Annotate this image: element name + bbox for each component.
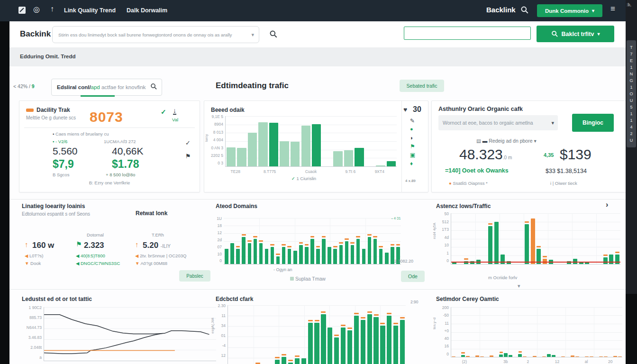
metric-col3-value: 5.20	[143, 241, 158, 250]
chevron-down-icon[interactable]: ▾	[518, 283, 520, 289]
corner-label: :b,	[627, 2, 631, 7]
ode-button[interactable]: Ode	[401, 271, 425, 282]
card-footer: B: Ezry one Verrlkrie	[19, 180, 200, 185]
bars-icon: ▤	[476, 138, 481, 144]
metric-value-2: 40,66K	[112, 146, 144, 157]
pabslec-button[interactable]: Pabslec	[179, 270, 210, 282]
grid-icon[interactable]: ▣	[410, 152, 415, 158]
strip-bottom	[626, 294, 637, 364]
metric-col1-line2-label: Dook	[30, 261, 41, 266]
scope-select[interactable]: Stirin ess dou linimedyt bock sail buren…	[52, 26, 259, 43]
square-icon: ▪	[53, 139, 54, 144]
chart-note: 4 x.89	[405, 179, 416, 183]
arrow-down-icon: ▼	[135, 261, 139, 266]
edit-icon[interactable]: ✎	[410, 118, 415, 124]
nav-link-quality-trend[interactable]: Link Quality Trend	[64, 7, 116, 14]
arrow-left-icon: ◀	[135, 254, 138, 258]
organic-traffic-card: Asthunlry Oraric Organic cafk Wornoct at…	[431, 100, 626, 192]
card-title: Beeed odaik	[211, 107, 245, 113]
keywords-link[interactable]: =140] Ooet ok Owanks	[445, 167, 509, 174]
metric-col3-line1: ◀ 2tv. brSnnue | OC203Q	[135, 253, 186, 258]
half-circle-icon[interactable]: ◗	[410, 135, 413, 141]
divider	[401, 101, 402, 192]
image-icon[interactable]	[18, 6, 26, 16]
metric-select[interactable]: Wornoct at eoe, bacos to orgaiic ametlna…	[438, 115, 558, 130]
caption-1: B Sgcos	[53, 172, 69, 177]
flag-icon[interactable]: ⚑	[185, 153, 191, 159]
page-title: Backink	[20, 29, 51, 39]
money-value-2: $1.78	[112, 158, 139, 171]
arrow-left-icon: ◀	[76, 254, 79, 258]
metric-col1-line1: ◀ L0T?s)	[25, 253, 44, 258]
left-edge-strip	[0, 21, 9, 364]
referring-domains-bar-chart: 1U18122d07100	[214, 218, 403, 266]
arrow-up-icon: ↑	[135, 241, 139, 248]
metric-col1-line2: ▼ Dook	[25, 261, 41, 266]
nav-dark-domain[interactable]: Dalk Dorwalim	[127, 7, 167, 14]
metric-col2-line1-label: 40(8:5)T800	[81, 253, 105, 258]
domain-input[interactable]	[404, 27, 531, 40]
chevron-down-icon: ▾	[592, 9, 594, 13]
chart-legend: ✓ 1 Ciurislin	[209, 176, 399, 181]
big-metric-2: $139	[560, 146, 592, 163]
heart-icon[interactable]: ♥	[403, 106, 407, 113]
chevron-down-icon: ▾	[534, 138, 536, 144]
competitor-bar-chart: 200-5011+040160(2)3b212al20	[438, 307, 624, 364]
chevron-right-icon[interactable]: ›	[606, 201, 608, 209]
arrow-up-icon[interactable]: ↑	[50, 5, 54, 13]
flag-icon[interactable]: ⚑	[410, 144, 415, 149]
vertical-scroll-panel[interactable]: T 7 E 1 N G 1 O U 5 1 1 4 2 U	[627, 40, 636, 147]
backlinks-bar-chart: 9,1E 589048 0134 0040 AN 32202 50 3TE288…	[209, 116, 399, 174]
legend-2-label: - V2/6	[55, 139, 67, 144]
bingioc-button[interactable]: Bingioc	[572, 114, 614, 132]
search-icon[interactable]	[269, 30, 278, 40]
favorite-count: 30	[413, 105, 421, 114]
divider	[9, 289, 626, 290]
footnote-1-label: SsatliS Oiapnss *	[453, 181, 487, 186]
money-value-1: $7,9	[53, 158, 74, 171]
y-axis-label: esgA(,Jd4	[210, 318, 215, 334]
trend-stat: < 42% / 9	[13, 83, 35, 89]
download-icon[interactable]: ↓	[173, 107, 176, 115]
chart-legend: Suplaa Tmaw	[290, 276, 326, 282]
column-header-1: Dotornal	[87, 232, 104, 237]
search-icon[interactable]	[146, 83, 162, 92]
footnote-2: i | Oiwer tieck	[550, 181, 577, 186]
bulb-icon: ●	[449, 181, 452, 186]
chevron-down-icon: ▾	[547, 120, 558, 126]
metric-col2-line2: ◀ DNGC/C7WNS3SC	[76, 261, 120, 266]
y-axis-label: ten.y~d	[432, 318, 437, 329]
keyword-query: Edsliral conl/apd actfae for knovfinks	[52, 84, 146, 90]
metric-col1-line1-label: L0T?s)	[29, 253, 44, 258]
legend-2: ▪ - V2/6	[53, 139, 67, 144]
x-axis-caption: - Ogyn an	[273, 267, 292, 272]
axis-right-label: 2.3082.20	[394, 259, 413, 264]
domain-dropdown-button[interactable]: Dunk Commonio ▾	[537, 4, 602, 17]
big-score: 8073	[90, 109, 123, 125]
card-title: Dacility Trak	[36, 107, 70, 113]
column-header-2: T.ERh	[152, 232, 164, 237]
orange-dash-icon	[26, 109, 34, 112]
domain-dropdown-label: Dunk Commonio	[545, 8, 589, 14]
device-toggle[interactable]: ▤ ▬ Redeig ad dn pbore ▾	[476, 138, 537, 144]
analyze-button[interactable]: Baklct trfitv ▾	[537, 26, 614, 42]
toolbar: Backink Stirin ess dou linimedyt bock sa…	[9, 21, 626, 48]
hamburger-menu-icon[interactable]: ≡	[610, 5, 615, 13]
card-subtitle: Melttie Oe g dunete scs	[26, 115, 76, 120]
legend-1-label: Caes miens of bruelany cu	[55, 131, 109, 136]
keyword-search-input[interactable]: Edsliral conl/apd actfae for knovfinks	[51, 79, 162, 96]
linking-domains-title: Linatieg loearity loainis	[22, 203, 85, 209]
search-icon	[551, 30, 558, 37]
metric-col3-line2: ▼ A0?gt 00Mtt8	[135, 261, 167, 266]
flag-icon: ⚑	[76, 241, 82, 247]
diamond-icon[interactable]: ♦	[410, 161, 413, 166]
chevron-down-icon: ▾	[597, 32, 600, 36]
selected-traffic-badge[interactable]: Sebated trafic	[400, 80, 444, 92]
referring-domains-title: Ateod Domains	[216, 203, 257, 209]
search-icon[interactable]	[520, 6, 529, 16]
check-icon[interactable]: ✓	[161, 109, 166, 115]
target-icon[interactable]: ◎	[33, 6, 40, 13]
dot-icon[interactable]: ●	[410, 127, 413, 132]
check-icon[interactable]: ✓	[185, 140, 191, 146]
scope-select-value: Stirin ess dou linimedyt bock sail buren…	[53, 32, 246, 37]
